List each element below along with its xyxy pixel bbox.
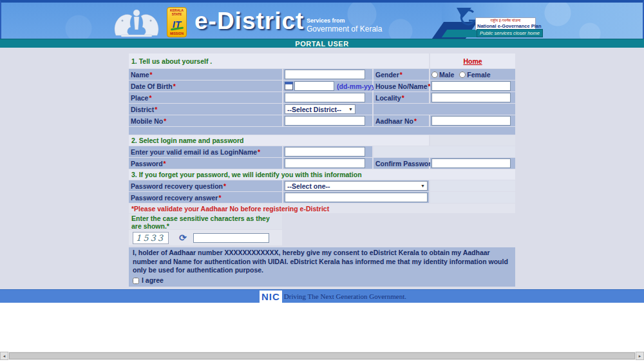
password-label: Password* xyxy=(129,158,282,169)
captcha-input[interactable] xyxy=(193,233,269,243)
negp-hindi-text: राष्ट्रीय ई-गवर्नेंस योजना xyxy=(477,19,534,23)
password-input[interactable] xyxy=(285,158,365,168)
spacer-cell xyxy=(430,135,515,146)
aadhaar-label: Aadhaar No* xyxy=(374,115,429,126)
dropdown-arrow-icon: ▼ xyxy=(348,107,353,111)
header-banner: KERALA STATE IT MISSION e-District Servi… xyxy=(0,0,644,39)
female-label: Female xyxy=(467,71,490,79)
section1-header: 1. Tell us about yourself . xyxy=(129,53,429,68)
required-marker: * xyxy=(218,194,221,202)
app-title: e-District xyxy=(194,8,304,35)
mobile-label: Mobile No* xyxy=(129,115,282,126)
government-of-kerala-text: Government of Kerala xyxy=(307,24,382,33)
captcha-text: 1533 xyxy=(136,233,165,243)
female-radio[interactable] xyxy=(459,71,466,78)
recovery-question-value: --Select one-- xyxy=(287,182,330,190)
scrollbar-thumb[interactable] xyxy=(9,352,635,359)
required-marker: * xyxy=(150,71,153,79)
email-input[interactable] xyxy=(285,147,365,157)
name-label: Name * xyxy=(129,69,282,80)
required-marker: * xyxy=(164,117,166,125)
locality-input[interactable] xyxy=(431,93,511,102)
required-marker: * xyxy=(155,106,157,113)
scroll-right-button[interactable]: ▸ xyxy=(636,352,644,360)
recovery-question-select[interactable]: --Select one-- ▼ xyxy=(285,181,428,191)
mobile-input[interactable] xyxy=(285,116,365,126)
itm-it-text: IT xyxy=(173,19,181,29)
locality-label: Locality* xyxy=(374,92,429,103)
services-from-text: Services from xyxy=(307,17,345,24)
itm-top-text: KERALA STATE xyxy=(168,9,185,16)
recovery-question-label: Password recovery question * xyxy=(129,180,282,191)
calendar-icon[interactable] xyxy=(285,82,293,90)
section2-header: 2. Select login name and password xyxy=(129,135,429,146)
negp-tagline: Public services closer home xyxy=(477,29,543,37)
recovery-answer-label: Password recovery answer* xyxy=(129,192,282,203)
gender-label: Gender * xyxy=(374,69,429,80)
section3-header: 3. If you forget your password, we will … xyxy=(129,169,515,180)
email-label: Enter your valid email id as LoginName* xyxy=(129,146,282,157)
itm-bottom-text: MISSION xyxy=(170,32,184,36)
footer-bar: NIC Driving The Next Generation Governme… xyxy=(0,289,644,303)
required-marker: * xyxy=(258,148,260,156)
required-marker: * xyxy=(400,71,402,79)
agree-checkbox[interactable] xyxy=(133,278,139,284)
footer-tagline: Driving The Next Generation Government. xyxy=(284,292,406,300)
confirm-password-input[interactable] xyxy=(431,158,511,168)
required-marker: * xyxy=(149,94,151,102)
spacer-cell xyxy=(430,192,515,203)
registration-form: 1. Tell us about yourself . Home Name * … xyxy=(129,53,515,289)
confirm-password-label: Confirm Password* xyxy=(374,158,429,169)
page: KERALA STATE IT MISSION e-District Servi… xyxy=(0,0,644,362)
male-label: Male xyxy=(439,71,454,79)
dob-label: Date Of Birth* xyxy=(129,81,282,91)
captcha-controls: 1533 ⟳ xyxy=(129,230,282,245)
aadhaar-validation-note: *Please validate your Aadhaar No before … xyxy=(131,205,329,213)
captcha-image: 1533 xyxy=(133,232,169,244)
recovery-answer-input[interactable] xyxy=(285,193,428,202)
kerala-government-emblem xyxy=(109,5,164,39)
home-link[interactable]: Home xyxy=(463,57,482,65)
home-cell: Home xyxy=(430,53,515,68)
required-marker: * xyxy=(402,94,404,102)
aadhaar-input[interactable] xyxy=(431,116,511,126)
spacer-cell xyxy=(430,180,515,191)
aadhaar-note-row: *Please validate your Aadhaar No before … xyxy=(129,204,515,213)
nic-logo: NIC xyxy=(260,291,282,303)
agree-label: I agree xyxy=(142,276,164,285)
place-input[interactable] xyxy=(285,93,365,102)
required-marker: * xyxy=(223,182,226,190)
spacer-cell xyxy=(374,104,515,115)
consent-block: I, holder of Aadhaar number XXXXXXXXXXXX… xyxy=(129,247,515,287)
header-right-panel: राष्ट्रीय ई-गवर्नेंस योजना National e-Go… xyxy=(442,3,643,39)
negp-logo-mark-icon xyxy=(456,6,475,28)
portal-user-bar: PORTAL USER xyxy=(0,39,644,48)
required-marker: * xyxy=(173,82,176,90)
gender-female-option[interactable]: Female xyxy=(459,71,490,79)
section1-title: 1. Tell us about yourself . xyxy=(131,57,212,65)
house-label: House No/Name* xyxy=(374,81,429,91)
consent-text: I, holder of Aadhaar number XXXXXXXXXXXX… xyxy=(133,249,508,274)
kerala-it-mission-logo: KERALA STATE IT MISSION xyxy=(167,7,187,37)
agree-row: I agree xyxy=(133,276,511,285)
required-marker: * xyxy=(164,160,166,167)
name-input[interactable] xyxy=(285,70,365,79)
section3-title: 3. If you forget your password, we will … xyxy=(131,171,362,178)
spacer-row xyxy=(129,127,515,135)
house-input[interactable] xyxy=(431,81,511,91)
captcha-instruction: Enter the case sensitive characters as t… xyxy=(129,214,282,229)
negp-name-text: National e-Governance Plan xyxy=(477,23,534,29)
horizontal-scrollbar[interactable]: ◂ ▸ xyxy=(0,352,644,360)
district-select[interactable]: --Select District-- ▼ xyxy=(285,104,355,114)
district-label: District* xyxy=(129,104,282,115)
male-radio[interactable] xyxy=(431,71,438,78)
section2-title: 2. Select login name and password xyxy=(131,137,243,144)
refresh-captcha-icon[interactable]: ⟳ xyxy=(179,233,187,242)
scroll-left-button[interactable]: ◂ xyxy=(0,352,8,360)
dob-input[interactable] xyxy=(294,81,334,91)
place-label: Place* xyxy=(129,92,282,103)
district-select-value: --Select District-- xyxy=(287,106,341,113)
main-area: 1. Tell us about yourself . Home Name * … xyxy=(0,48,644,289)
gender-male-option[interactable]: Male xyxy=(431,71,454,79)
page-bottom-whitespace xyxy=(0,303,644,352)
